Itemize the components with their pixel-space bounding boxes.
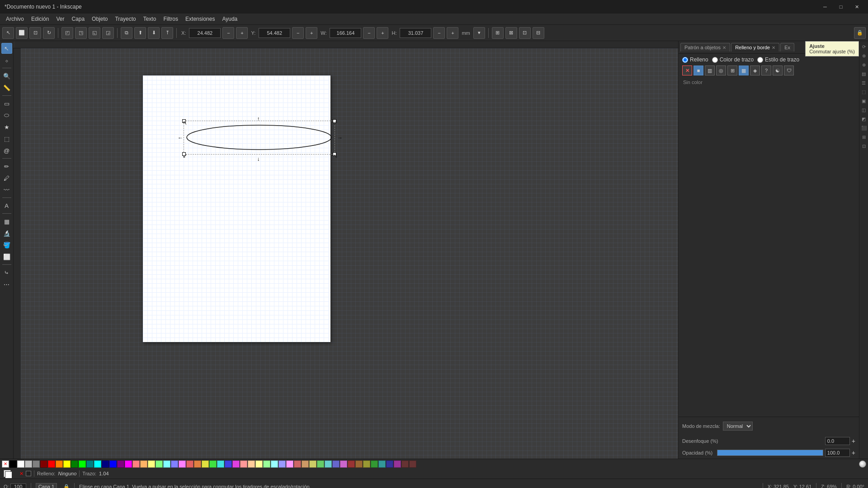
handle-middleright[interactable]: → — [337, 135, 341, 138]
palette-none-btn[interactable]: ✕ — [2, 460, 9, 468]
measure-tool[interactable]: 📏 — [1, 82, 12, 93]
palette-color-24[interactable] — [194, 460, 201, 468]
estilo-trazo-radio-label[interactable]: Estilo de trazo — [757, 56, 799, 63]
palette-color-31[interactable] — [248, 460, 255, 468]
zoom-tool[interactable]: 🔍 — [1, 70, 12, 81]
menu-filtros[interactable]: Filtros — [160, 15, 182, 23]
h-input[interactable] — [400, 28, 431, 38]
right-icon-7[interactable]: ▣ — [860, 97, 868, 104]
color-trazo-radio-label[interactable]: Color de trazo — [712, 56, 754, 63]
canvas-container[interactable]: ↖ ↗ ↙ ↘ ↑ ↓ ← → — [21, 48, 678, 459]
dropper-tool[interactable]: 🔬 — [1, 228, 12, 239]
align-tl-btn[interactable]: ◰ — [61, 27, 73, 39]
palette-color-11[interactable] — [94, 460, 101, 468]
3d-box-tool[interactable]: ⬚ — [1, 133, 12, 144]
select-tool-btn[interactable]: ↖ — [2, 27, 14, 39]
palette-special-btn[interactable] — [859, 460, 866, 468]
top-btn[interactable]: ⤒ — [161, 27, 173, 39]
palette-color-18[interactable] — [148, 460, 155, 468]
tab-patron-close[interactable]: ✕ — [722, 45, 726, 50]
w-plus-btn[interactable]: + — [377, 27, 388, 39]
close-button[interactable]: ✕ — [850, 2, 863, 11]
palette-color-3[interactable] — [33, 460, 40, 468]
palette-color-28[interactable] — [225, 460, 232, 468]
opacity-bar[interactable] — [717, 450, 823, 456]
palette-color-45[interactable] — [355, 460, 363, 468]
y-input[interactable] — [259, 28, 290, 38]
palette-color-32[interactable] — [255, 460, 263, 468]
right-icon-3[interactable]: ⊗ — [860, 61, 868, 68]
blur-input[interactable] — [825, 437, 850, 445]
star-tool[interactable]: ★ — [1, 122, 12, 132]
pen-tool[interactable]: 🖊 — [1, 173, 12, 183]
x-minus-btn[interactable]: − — [222, 27, 234, 39]
palette-color-20[interactable] — [163, 460, 170, 468]
fill-unset-btn[interactable]: ☯ — [773, 66, 783, 75]
fill-solid-btn[interactable]: ■ — [693, 66, 703, 75]
fill-swatch-btn[interactable]: ◈ — [750, 66, 760, 75]
right-icon-1[interactable]: ⟳ — [860, 43, 868, 50]
tab-relleno-close[interactable]: ✕ — [772, 45, 775, 50]
opacity-input[interactable] — [825, 449, 850, 457]
canvas-page[interactable] — [143, 75, 330, 342]
y-minus-btn[interactable]: − — [292, 27, 304, 39]
estilo-trazo-radio[interactable] — [757, 57, 763, 63]
fill-mesh-btn[interactable]: ⊞ — [727, 66, 737, 75]
palette-color-9[interactable] — [79, 460, 86, 468]
handle-middleleft[interactable]: ← — [178, 135, 181, 138]
group-btn[interactable]: ⧉ — [121, 27, 132, 39]
handle-topmiddle[interactable]: ↑ — [257, 116, 261, 119]
raise-btn[interactable]: ⬆ — [134, 27, 146, 39]
menu-capa[interactable]: Capa — [68, 15, 88, 23]
palette-color-48[interactable] — [378, 460, 386, 468]
fill-tool[interactable]: 🪣 — [1, 239, 12, 250]
eraser-tool[interactable]: ⬜ — [1, 251, 12, 262]
ellipse-svg[interactable] — [184, 121, 319, 188]
node-tool-btn[interactable]: ⬜ — [16, 27, 28, 39]
h-minus-btn[interactable]: − — [433, 27, 445, 39]
right-icon-11[interactable]: ⊞ — [860, 133, 868, 141]
node-tool[interactable]: ⬦ — [1, 55, 12, 66]
pencil-tool[interactable]: ✏ — [1, 161, 12, 172]
x-plus-btn[interactable]: + — [236, 27, 248, 39]
palette-color-40[interactable] — [317, 460, 324, 468]
palette-color-10[interactable] — [86, 460, 94, 468]
palette-color-27[interactable] — [217, 460, 224, 468]
palette-color-46[interactable] — [363, 460, 370, 468]
blend-mode-select[interactable]: Normal — [723, 422, 753, 431]
palette-color-36[interactable] — [286, 460, 293, 468]
right-icon-5[interactable]: ☰ — [860, 79, 868, 86]
spray-tool[interactable]: ⋯ — [1, 279, 12, 290]
maximize-button[interactable]: □ — [834, 2, 848, 11]
palette-color-8[interactable] — [71, 460, 78, 468]
rect-tool[interactable]: ▭ — [1, 98, 12, 109]
gradient-tool[interactable]: ▦ — [1, 216, 12, 227]
palette-color-6[interactable] — [56, 460, 63, 468]
palette-color-52[interactable] — [409, 460, 416, 468]
w-minus-btn[interactable]: − — [363, 27, 375, 39]
opacity-plus-btn[interactable]: + — [852, 449, 855, 456]
right-icon-12[interactable]: ⊡ — [860, 142, 868, 150]
snap-btn4[interactable]: ⊟ — [533, 27, 544, 39]
palette-color-49[interactable] — [386, 460, 393, 468]
palette-color-17[interactable] — [140, 460, 147, 468]
palette-color-42[interactable] — [332, 460, 340, 468]
y-plus-btn[interactable]: + — [306, 27, 317, 39]
palette-color-50[interactable] — [394, 460, 401, 468]
palette-color-22[interactable] — [179, 460, 186, 468]
right-icon-4[interactable]: ▤ — [860, 70, 868, 77]
stroke-indicator[interactable] — [26, 471, 31, 476]
ellipse-tool[interactable]: ⬭ — [1, 110, 12, 121]
palette-color-26[interactable] — [209, 460, 217, 468]
align-bl-btn[interactable]: ◱ — [89, 27, 100, 39]
fill-unknown-btn[interactable]: ? — [761, 66, 771, 75]
right-icon-9[interactable]: ◩ — [860, 115, 868, 122]
palette-color-38[interactable] — [302, 460, 309, 468]
fill-indicator[interactable] — [4, 470, 11, 477]
handle-topright[interactable]: ↗ — [333, 119, 336, 123]
palette-color-14[interactable] — [117, 460, 124, 468]
x-input[interactable] — [189, 28, 221, 38]
color-trazo-radio[interactable] — [712, 57, 718, 63]
zoom-btn[interactable]: ⊡ — [29, 27, 41, 39]
selector-tool[interactable]: ↖ — [1, 43, 12, 54]
